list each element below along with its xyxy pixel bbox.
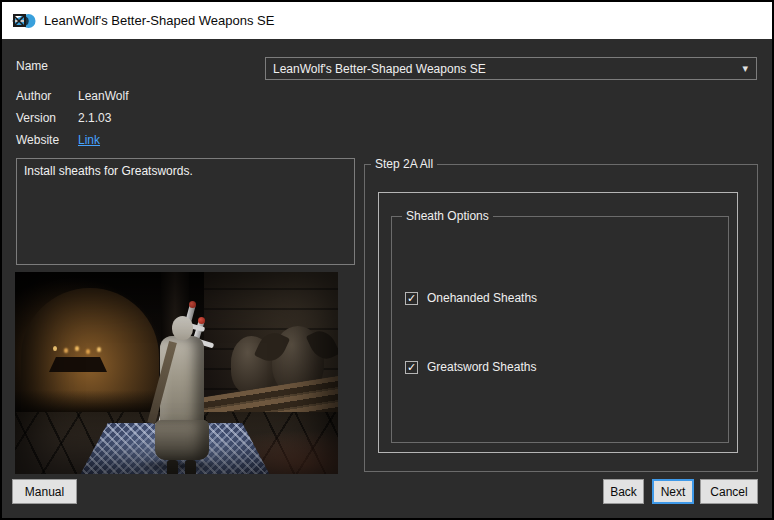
mod-name-dropdown-value: LeanWolf's Better-Shaped Weapons SE: [273, 62, 486, 76]
checkbox-onehanded-sheaths[interactable]: ✓ Onehanded Sheaths: [405, 291, 537, 305]
checkbox-label: Onehanded Sheaths: [427, 291, 537, 305]
version-label: Version: [16, 111, 56, 125]
close-button[interactable]: [2, 2, 36, 39]
titlebar: LeanWolf's Better-Shaped Weapons SE: [2, 2, 772, 39]
cancel-button[interactable]: Cancel: [700, 479, 758, 504]
window-title: LeanWolf's Better-Shaped Weapons SE: [44, 13, 274, 28]
character-hood: [172, 316, 193, 340]
sheath-options-title: Sheath Options: [402, 209, 493, 223]
sword-pommel: [198, 317, 205, 324]
next-button[interactable]: Next: [652, 479, 694, 504]
options-scroll-area: Sheath Options ✓ Onehanded Sheaths ✓ Gre…: [378, 192, 738, 453]
name-label: Name: [16, 59, 48, 73]
scene-character: [149, 316, 215, 474]
website-link[interactable]: Link: [78, 133, 100, 147]
step-title: Step 2A All: [371, 157, 437, 171]
checkbox-icon: ✓: [405, 292, 418, 305]
description-box: Install sheaths for Greatswords.: [16, 158, 355, 265]
author-value: LeanWolf: [78, 89, 128, 103]
sheath-options-groupbox: Sheath Options ✓ Onehanded Sheaths ✓ Gre…: [391, 216, 729, 443]
chevron-down-icon: ▾: [742, 62, 748, 75]
character-boot: [167, 460, 178, 474]
version-value: 2.1.03: [78, 111, 111, 125]
author-label: Author: [16, 89, 51, 103]
close-icon: [12, 14, 26, 28]
checkbox-icon: ✓: [405, 361, 418, 374]
website-label: Website: [16, 133, 59, 147]
fomod-installer-window: LeanWolf's Better-Shaped Weapons SE Name…: [0, 0, 774, 520]
sword-pommel: [189, 301, 196, 308]
back-button[interactable]: Back: [603, 479, 644, 504]
character-boot: [185, 460, 196, 474]
step-groupbox: Step 2A All Sheath Options ✓ Onehanded S…: [364, 164, 758, 472]
mod-name-dropdown[interactable]: LeanWolf's Better-Shaped Weapons SE ▾: [265, 57, 757, 80]
manual-button[interactable]: Manual: [12, 479, 77, 504]
scene-candle-flames: [53, 346, 57, 351]
checkbox-greatsword-sheaths[interactable]: ✓ Greatsword Sheaths: [405, 360, 536, 374]
mod-preview-image: [15, 272, 338, 474]
character-coat: [155, 420, 209, 460]
checkbox-label: Greatsword Sheaths: [427, 360, 536, 374]
